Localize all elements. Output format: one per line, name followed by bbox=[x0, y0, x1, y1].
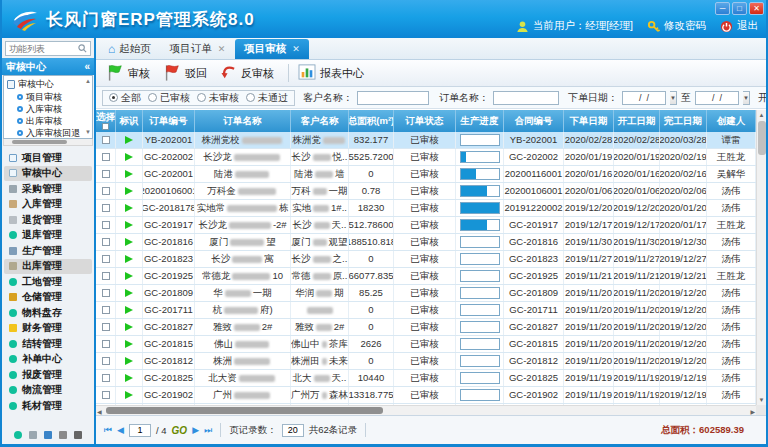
customer-name-input[interactable] bbox=[357, 91, 429, 105]
tree-scroll-down-icon[interactable]: ▼ bbox=[85, 129, 91, 136]
page-size-input[interactable] bbox=[282, 424, 304, 437]
select-cell[interactable] bbox=[96, 200, 116, 216]
select-cell[interactable] bbox=[96, 319, 116, 335]
toolbar-button-驳回[interactable]: 驳回 bbox=[159, 61, 216, 86]
select-cell[interactable] bbox=[96, 336, 116, 352]
tab-项目订单[interactable]: 项目订单✕ bbox=[161, 39, 235, 59]
select-cell[interactable] bbox=[96, 302, 116, 318]
row-checkbox[interactable] bbox=[102, 221, 110, 229]
table-row[interactable]: GC-201825北大资北大天..10440已审核GC-2018252019/1… bbox=[96, 370, 756, 387]
table-row[interactable]: GC-2018178实地常栋实地1#..18230已审核201912200022… bbox=[96, 200, 756, 217]
function-search-input[interactable] bbox=[9, 44, 71, 54]
sidebar-item-结转管理[interactable]: 结转管理 bbox=[2, 336, 94, 352]
table-row[interactable]: GC-201711杭府)0已审核GC-2017112019/11/202019/… bbox=[96, 302, 756, 319]
order-date-to-input[interactable] bbox=[695, 91, 739, 105]
sidebar-item-项目管理[interactable]: 项目管理 bbox=[2, 150, 94, 166]
logout-button[interactable]: 退出 bbox=[720, 19, 758, 33]
swirl-icon[interactable] bbox=[44, 431, 52, 439]
table-row[interactable]: GC-201925常德龙10常德原..266077.835..已审核GC-201… bbox=[96, 268, 756, 285]
tree-item-入库审核[interactable]: 入库审核 bbox=[7, 103, 84, 115]
select-cell[interactable] bbox=[96, 387, 116, 403]
change-password-button[interactable]: 修改密码 bbox=[647, 19, 706, 33]
radio-未通过[interactable]: 未通过 bbox=[246, 91, 288, 105]
tree-root-item[interactable]: 审核中心 bbox=[7, 78, 84, 91]
row-checkbox[interactable] bbox=[102, 136, 110, 144]
tree-horizontal-scrollbar[interactable] bbox=[3, 139, 93, 146]
column-header-完工日期[interactable]: 完工日期 bbox=[660, 110, 707, 132]
row-checkbox[interactable] bbox=[102, 255, 110, 263]
row-checkbox[interactable] bbox=[102, 187, 110, 195]
collapse-panel-icon[interactable]: « bbox=[84, 61, 90, 72]
sidebar-item-审核中心[interactable]: 审核中心 bbox=[4, 166, 92, 182]
page-number-input[interactable] bbox=[129, 424, 151, 437]
row-checkbox[interactable] bbox=[102, 289, 110, 297]
last-page-icon[interactable]: ⏭ bbox=[204, 425, 212, 436]
select-cell[interactable] bbox=[96, 285, 116, 301]
row-checkbox[interactable] bbox=[102, 272, 110, 280]
row-checkbox[interactable] bbox=[102, 340, 110, 348]
close-button[interactable]: ✕ bbox=[749, 2, 764, 15]
table-row[interactable]: GC-201809华一期华润期85.25已审核GC-2018092019/11/… bbox=[96, 285, 756, 302]
row-checkbox[interactable] bbox=[102, 374, 110, 382]
select-cell[interactable] bbox=[96, 370, 116, 386]
row-checkbox[interactable] bbox=[102, 391, 110, 399]
radio-未审核[interactable]: 未审核 bbox=[197, 91, 239, 105]
sidebar-item-财务管理[interactable]: 财务管理 bbox=[2, 321, 94, 337]
next-page-icon[interactable]: ▶ bbox=[192, 425, 199, 435]
sidebar-item-退库管理[interactable]: 退库管理 bbox=[2, 228, 94, 244]
horizontal-scrollbar[interactable]: ◀ ▶ bbox=[96, 405, 756, 415]
sidebar-item-退货管理[interactable]: 退货管理 bbox=[2, 212, 94, 228]
select-cell[interactable] bbox=[96, 268, 116, 284]
sidebar-item-物流管理[interactable]: 物流管理 bbox=[2, 383, 94, 399]
column-header-客户名称[interactable]: 客户名称 bbox=[291, 110, 349, 132]
column-header-订单名称[interactable]: 订单名称 bbox=[195, 110, 291, 132]
column-header-下单日期[interactable]: 下单日期 bbox=[564, 110, 614, 132]
column-header-选择[interactable]: 选择 bbox=[96, 110, 116, 132]
sidebar-item-耗材管理[interactable]: 耗材管理 bbox=[2, 398, 94, 414]
column-header-订单状态[interactable]: 订单状态 bbox=[394, 110, 456, 132]
row-checkbox[interactable] bbox=[102, 170, 110, 178]
column-header-生产进度[interactable]: 生产进度 bbox=[456, 110, 504, 132]
table-row[interactable]: GC-201815佛山佛山中茶库2626已审核GC-2018152019/11/… bbox=[96, 336, 756, 353]
table-row[interactable]: GC-202002长沙龙长沙悦..65525.7200..已审核GC-20200… bbox=[96, 149, 756, 166]
date-dropdown-icon[interactable]: ▼ bbox=[670, 91, 677, 105]
table-row[interactable]: GC-202001陆港陆港墙0已审核202001160012020/01/162… bbox=[96, 166, 756, 183]
prev-page-icon[interactable]: ◀ bbox=[117, 425, 124, 435]
minimize-button[interactable]: ─ bbox=[715, 2, 730, 15]
close-tab-icon[interactable]: ✕ bbox=[292, 44, 300, 54]
order-name-input[interactable] bbox=[493, 91, 559, 105]
sidebar-item-仓储管理[interactable]: 仓储管理 bbox=[2, 290, 94, 306]
more-icon[interactable] bbox=[74, 431, 82, 439]
column-header-开工日期[interactable]: 开工日期 bbox=[614, 110, 660, 132]
sidebar-item-补单中心[interactable]: 补单中心 bbox=[2, 352, 94, 368]
sidebar-item-生产管理[interactable]: 生产管理 bbox=[2, 243, 94, 259]
sidebar-item-采购管理[interactable]: 采购管理 bbox=[2, 181, 94, 197]
radio-已审核[interactable]: 已审核 bbox=[148, 91, 190, 105]
select-cell[interactable] bbox=[96, 166, 116, 182]
tab-起始页[interactable]: ⌂起始页 bbox=[99, 39, 160, 59]
radio-全部[interactable]: 全部 bbox=[109, 91, 141, 105]
tree-scroll-up-icon[interactable]: ▲ bbox=[85, 78, 91, 85]
tree-item-入库审核回退[interactable]: 入库审核回退 bbox=[7, 127, 84, 139]
vertical-scrollbar[interactable]: ▲ ▼ bbox=[756, 110, 766, 405]
function-search[interactable] bbox=[5, 41, 91, 56]
vscroll-thumb[interactable] bbox=[758, 121, 766, 155]
close-tab-icon[interactable]: ✕ bbox=[218, 44, 226, 54]
scroll-up-icon[interactable]: ▲ bbox=[759, 110, 765, 120]
column-header-合同编号[interactable]: 合同编号 bbox=[504, 110, 564, 132]
table-row[interactable]: YB-202001株洲党校株洲党832.177已审核YB-2020012020/… bbox=[96, 132, 756, 149]
toolbar-button-审核[interactable]: 审核 bbox=[102, 61, 159, 86]
select-cell[interactable] bbox=[96, 149, 116, 165]
column-header-总面积(m²)[interactable]: 总面积(m²) bbox=[349, 110, 394, 132]
toolbar-button-报表中心[interactable]: 报表中心 bbox=[294, 62, 373, 84]
table-row[interactable]: GC-201823长沙寓长沙之..0已审核GC-2018232019/11/27… bbox=[96, 251, 756, 268]
select-cell[interactable] bbox=[96, 132, 116, 148]
select-cell[interactable] bbox=[96, 234, 116, 250]
toolbar-button-反审核[interactable]: 反审核 bbox=[216, 63, 283, 84]
tree-item-项目审核[interactable]: 项目审核 bbox=[7, 91, 84, 103]
sidebar-item-物料盘存[interactable]: 物料盘存 bbox=[2, 305, 94, 321]
select-cell[interactable] bbox=[96, 251, 116, 267]
maximize-button[interactable]: □ bbox=[732, 2, 747, 15]
cart-icon[interactable] bbox=[29, 431, 37, 439]
table-row[interactable]: 20200106001万科金万科一期0.78已审核202001060012020… bbox=[96, 183, 756, 200]
